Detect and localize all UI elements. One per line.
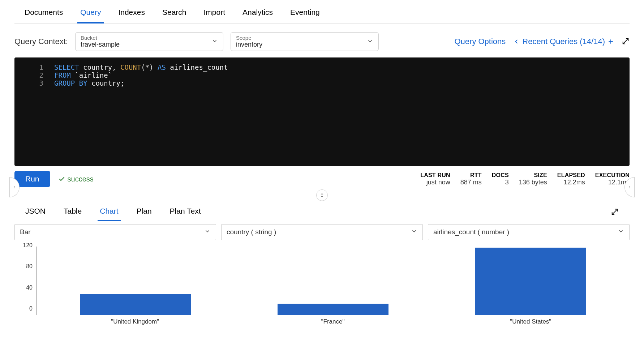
tab-indexes[interactable]: Indexes — [118, 6, 145, 23]
bucket-select[interactable]: Bucket travel-sample — [75, 32, 223, 51]
bucket-select-label: Bucket — [81, 35, 207, 41]
chart-controls: Bar country ( string ) airlines_count ( … — [14, 221, 630, 243]
chart-type-value: Bar — [20, 228, 31, 236]
chevron-down-icon — [367, 38, 373, 46]
query-editor[interactable]: 1SELECT country, COUNT(*) AS airlines_co… — [14, 57, 630, 166]
check-icon — [58, 175, 65, 183]
resize-handle[interactable] — [316, 189, 328, 201]
stat-last-run: LAST RUNjust now — [420, 172, 450, 186]
svg-line-2 — [623, 38, 628, 44]
y-tick: 120 — [23, 242, 33, 249]
stat-docs: DOCS3 — [492, 172, 509, 186]
chart-plot — [36, 247, 630, 315]
chevron-down-icon — [411, 228, 417, 236]
stat-elapsed: ELAPSED12.2ms — [557, 172, 585, 186]
result-tab-table[interactable]: Table — [64, 203, 82, 221]
status-badge: success — [58, 175, 94, 183]
chevron-left-icon — [513, 38, 520, 45]
code-line[interactable]: FROM `airline` — [54, 71, 112, 79]
query-context-row: Query Context: Bucket travel-sample Scop… — [14, 23, 630, 57]
query-options-link[interactable]: Query Options — [454, 37, 506, 46]
scope-select-label: Scope — [236, 35, 362, 41]
tab-import[interactable]: Import — [204, 6, 226, 23]
chevron-down-icon — [618, 228, 624, 236]
chart-x-select[interactable]: country ( string ) — [221, 224, 423, 240]
x-label: "United States" — [510, 318, 551, 325]
results-divider — [14, 195, 630, 195]
result-tab-plan[interactable]: Plan — [137, 203, 152, 221]
code-line[interactable]: SELECT country, COUNT(*) AS airlines_cou… — [54, 63, 228, 71]
chart-area: 04080120 "United Kingdom""France""United… — [14, 247, 630, 326]
query-stats: LAST RUNjust nowRTT887 msDOCS3SIZE136 by… — [420, 172, 630, 186]
chevron-down-icon — [204, 228, 211, 236]
query-options-label: Query Options — [454, 37, 506, 46]
tab-search[interactable]: Search — [162, 6, 186, 23]
query-context-label: Query Context: — [14, 37, 68, 46]
tab-eventing[interactable]: Eventing — [290, 6, 320, 23]
expand-results-button[interactable] — [611, 208, 619, 217]
x-label: "United Kingdom" — [111, 318, 159, 325]
run-row: Run success LAST RUNjust nowRTT887 msDOC… — [14, 166, 630, 192]
y-tick: 80 — [26, 263, 33, 270]
chart-bar[interactable] — [475, 248, 586, 315]
result-tab-chart[interactable]: Chart — [100, 203, 118, 221]
tab-documents[interactable]: Documents — [25, 6, 63, 23]
scope-select-value: inventory — [236, 41, 362, 48]
recent-queries-link[interactable]: Recent Queries (14/14) — [513, 37, 614, 46]
code-line[interactable]: GROUP BY country; — [54, 79, 124, 87]
chart-type-select[interactable]: Bar — [14, 224, 216, 240]
result-tabs: JSONTableChartPlanPlan Text — [14, 198, 630, 221]
main-tabs: DocumentsQueryIndexesSearchImportAnalyti… — [14, 0, 630, 23]
svg-line-3 — [612, 209, 618, 214]
chart-y-select[interactable]: airlines_count ( number ) — [428, 224, 630, 240]
x-label: "France" — [321, 318, 345, 325]
tab-analytics[interactable]: Analytics — [242, 6, 273, 23]
line-number: 2 — [14, 71, 54, 79]
status-text: success — [68, 175, 94, 183]
stat-size: SIZE136 bytes — [519, 172, 547, 186]
run-button[interactable]: Run — [14, 171, 50, 187]
stat-rtt: RTT887 ms — [460, 172, 482, 186]
y-tick: 40 — [26, 285, 33, 291]
chart-y-axis: 04080120 — [14, 247, 35, 315]
expand-editor-button[interactable] — [622, 37, 630, 46]
line-number: 1 — [14, 63, 54, 71]
chart-x-axis: "United Kingdom""France""United States" — [36, 317, 630, 326]
plus-icon — [607, 38, 614, 45]
y-tick: 0 — [29, 305, 33, 312]
chart-x-value: country ( string ) — [227, 228, 276, 236]
scope-select[interactable]: Scope inventory — [231, 32, 379, 51]
chart-bar[interactable] — [278, 304, 388, 315]
tab-query[interactable]: Query — [80, 6, 101, 23]
recent-queries-label: Recent Queries (14/14) — [522, 37, 605, 46]
chart-bar[interactable] — [80, 294, 190, 315]
stat-execution: EXECUTION12.1ms — [595, 172, 630, 186]
result-tab-plan-text[interactable]: Plan Text — [170, 203, 201, 221]
chevron-down-icon — [211, 38, 218, 46]
bucket-select-value: travel-sample — [81, 41, 207, 48]
chart-y-value: airlines_count ( number ) — [433, 228, 509, 236]
result-tab-json[interactable]: JSON — [25, 203, 46, 221]
line-number: 3 — [14, 79, 54, 87]
